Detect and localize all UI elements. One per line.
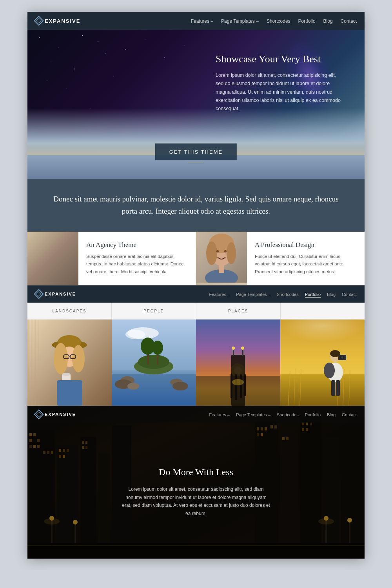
portfolio-nav-links: Features – Page Templates – Shortcodes P… <box>209 290 357 298</box>
svg-rect-75 <box>233 349 234 356</box>
svg-point-76 <box>232 347 235 350</box>
page-wrapper: EXPANSIVE Features – Page Templates – Sh… <box>27 12 365 559</box>
portfolio-image-1[interactable] <box>27 319 112 406</box>
portfolio-image-4[interactable] <box>280 319 365 406</box>
nav-item-blog[interactable]: Blog <box>323 17 333 24</box>
feature-agency-desc: Suspendisse ornare erat lacinia elit dap… <box>86 253 188 276</box>
portfolio-nav-portfolio[interactable]: Portfolio <box>305 290 321 298</box>
feature-agency-title: An Agency Theme <box>86 241 188 249</box>
city-nav-links: Features – Page Templates – Shortcodes P… <box>209 411 357 418</box>
tab-places[interactable]: PLACES <box>196 303 281 319</box>
svg-rect-46 <box>27 319 29 406</box>
portfolio-image-3[interactable] <box>196 319 280 406</box>
feature-professional-desc: Fusce ut eleifend dui. Curabitur enim la… <box>255 253 357 276</box>
tab-landscapes[interactable]: LANDSCAPES <box>27 303 112 319</box>
tab-people[interactable]: PEOPLE <box>112 303 196 319</box>
svg-point-4 <box>51 61 51 62</box>
city-logo[interactable]: EXPANSIVE <box>35 411 76 418</box>
get-theme-button[interactable]: GET THIS THEME <box>155 143 237 160</box>
portfolio-logo[interactable]: EXPANSIVE <box>35 290 76 298</box>
svg-rect-45 <box>57 380 82 406</box>
portfolio-nav-contact[interactable]: Contact <box>342 290 357 298</box>
portfolio-nav: EXPANSIVE Features – Page Templates – Sh… <box>27 285 365 303</box>
hero-title: Showcase Your Very Best <box>216 53 341 65</box>
city-nav: EXPANSIVE Features – Page Templates – Sh… <box>27 406 365 423</box>
svg-point-21 <box>62 250 71 259</box>
svg-point-17 <box>34 249 44 258</box>
svg-rect-23 <box>49 261 57 267</box>
city-content: Do More With Less Lorem ipsum dolor sit … <box>122 467 270 518</box>
logo-icon <box>34 16 44 25</box>
portfolio-tabs: LANDSCAPES PEOPLE PLACES <box>27 303 365 319</box>
main-nav: EXPANSIVE Features – Page Templates – Sh… <box>27 12 365 30</box>
city-logo-icon <box>34 410 44 419</box>
features-section: An Agency Theme Suspendisse ornare erat … <box>27 232 365 285</box>
portfolio-nav-blog[interactable]: Blog <box>327 290 336 298</box>
city-nav-templates[interactable]: Page Templates – <box>236 411 270 418</box>
portfolio-nav-templates[interactable]: Page Templates – <box>236 290 270 298</box>
portfolio-nav-shortcodes[interactable]: Shortcodes <box>277 290 299 298</box>
svg-point-12 <box>67 89 67 89</box>
nav-item-shortcodes[interactable]: Shortcodes <box>267 17 290 24</box>
svg-rect-77 <box>242 349 243 356</box>
svg-point-2 <box>82 35 83 36</box>
hero-description: Lorem ipsum dolor sit amet, consectetur … <box>216 71 341 113</box>
feature-agency: An Agency Theme Suspendisse ornare erat … <box>27 232 196 285</box>
quote-section: Donec sit amet mauris pulvinar, molestie… <box>27 179 365 232</box>
svg-point-1 <box>59 47 59 48</box>
city-nav-contact[interactable]: Contact <box>342 411 357 418</box>
svg-rect-97 <box>280 319 365 351</box>
tab-empty <box>281 303 365 319</box>
svg-point-16 <box>35 250 71 272</box>
city-title: Do More With Less <box>122 467 270 478</box>
svg-rect-95 <box>331 380 335 396</box>
svg-rect-96 <box>336 380 340 396</box>
svg-point-22 <box>61 257 72 265</box>
nav-item-contact[interactable]: Contact <box>341 17 357 24</box>
logo[interactable]: EXPANSIVE <box>35 17 80 24</box>
svg-rect-73 <box>240 374 242 398</box>
nav-item-templates[interactable]: Page Templates – <box>221 17 259 24</box>
svg-rect-15 <box>27 232 78 283</box>
svg-rect-81 <box>280 374 365 406</box>
svg-rect-33 <box>219 263 224 273</box>
svg-rect-71 <box>230 374 232 398</box>
professional-person-svg <box>196 232 247 283</box>
svg-point-65 <box>172 382 188 390</box>
landscape-girl-svg <box>27 319 112 406</box>
portfolio-image-2[interactable] <box>112 319 196 406</box>
svg-point-28 <box>206 241 217 265</box>
svg-rect-72 <box>235 374 237 400</box>
svg-rect-47 <box>31 319 33 406</box>
svg-point-7 <box>74 69 75 69</box>
svg-point-56 <box>138 355 169 369</box>
svg-point-19 <box>49 243 57 252</box>
city-nav-features[interactable]: Features – <box>209 411 230 418</box>
hero-background: Showcase Your Very Best Lorem ipsum dolo… <box>27 30 365 179</box>
svg-point-52 <box>125 330 145 339</box>
svg-point-11 <box>125 49 125 49</box>
svg-rect-49 <box>38 319 39 406</box>
portfolio-nav-features[interactable]: Features – <box>209 290 230 298</box>
city-nav-portfolio[interactable]: Portfolio <box>305 411 321 418</box>
svg-rect-24 <box>38 263 45 268</box>
hero-section: EXPANSIVE Features – Page Templates – Sh… <box>27 12 365 179</box>
svg-point-10 <box>184 45 185 46</box>
svg-point-63 <box>127 383 139 390</box>
svg-point-94 <box>324 363 335 378</box>
feature-professional-title: A Professional Design <box>255 241 357 249</box>
nav-item-features[interactable]: Features – <box>191 17 213 24</box>
cta-area: GET THIS THEME <box>155 143 237 163</box>
portfolio-logo-icon <box>34 289 44 299</box>
feature-agency-image <box>27 232 78 285</box>
city-nav-shortcodes[interactable]: Shortcodes <box>277 411 299 418</box>
svg-point-0 <box>39 37 40 38</box>
svg-rect-74 <box>244 374 246 396</box>
svg-point-31 <box>224 250 227 252</box>
svg-point-78 <box>241 347 244 350</box>
city-nav-blog[interactable]: Blog <box>327 411 336 418</box>
svg-point-18 <box>34 256 45 264</box>
portfolio-section: EXPANSIVE Features – Page Templates – Sh… <box>27 285 365 406</box>
svg-point-6 <box>47 80 47 81</box>
nav-item-portfolio[interactable]: Portfolio <box>298 17 316 24</box>
